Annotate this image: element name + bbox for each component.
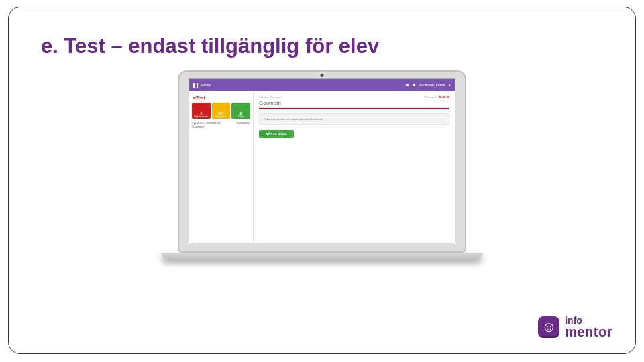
status-card-done[interactable]: 0 Klart — [231, 103, 250, 119]
info-box: Detta test kommer att omfatta geometrisk… — [259, 113, 449, 125]
time-label: Tid kvar att: — [424, 95, 439, 99]
laptop-camera — [321, 74, 324, 77]
laptop-mockup: Mentor Adolfsson, Kerna ▾ eTest — [161, 70, 483, 259]
app-top-bar: Mentor Adolfsson, Kerna ▾ — [189, 79, 455, 91]
list-item-subtitle: Geometri — [192, 125, 250, 129]
status-card-unanswered[interactable]: 1 Ej besvarade — [192, 103, 211, 119]
status-label: Pågående — [216, 115, 227, 118]
logo-text: info mentor — [565, 316, 612, 339]
slide-frame: e. Test – endast tillgänglig för elev Me… — [8, 7, 636, 354]
time-value: 00:49:59 — [439, 95, 449, 99]
sidebar-heading: eTest — [193, 95, 250, 100]
sidebar: eTest 1 Ej besvarade 0/1 Pågående — [189, 91, 254, 243]
status-cards-row: 1 Ej besvarade 0/1 Pågående 0 Klart — [192, 103, 250, 119]
main-panel: Vår test · Geometri Tid kvar att: 00:49:… — [254, 91, 455, 243]
status-card-ongoing[interactable]: 0/1 Pågående — [212, 103, 231, 119]
time-remaining: Tid kvar att: 00:49:59 — [424, 95, 449, 99]
globe-icon[interactable] — [413, 84, 415, 86]
chevron-down-icon[interactable]: ▾ — [449, 83, 451, 87]
laptop-base — [161, 253, 483, 259]
list-item[interactable]: 9 A VEST – GEOMETRI 24/04/2017 Geometri — [192, 121, 250, 129]
logo-line1: info — [565, 316, 612, 325]
app-brand: Mentor — [201, 83, 211, 87]
breadcrumb: Vår test · Geometri — [259, 95, 282, 99]
status-label: Klart — [239, 115, 244, 118]
pause-icon[interactable] — [193, 83, 198, 88]
list-item-date: 24/04/2017 — [237, 121, 250, 125]
title-underline — [259, 108, 449, 109]
status-label: Ej besvarade — [195, 115, 208, 118]
next-button[interactable]: NÄSTA STEG — [259, 130, 294, 138]
logo-mark-icon: ☺ — [538, 316, 559, 338]
logo-line2: mentor — [565, 325, 612, 339]
laptop-body: Mentor Adolfsson, Kerna ▾ eTest — [178, 70, 466, 253]
slide-title: e. Test – endast tillgänglig för elev — [41, 34, 635, 58]
app-content: eTest 1 Ej besvarade 0/1 Pågående — [189, 91, 455, 243]
list-item-title: 9 A VEST – GEOMETRI — [192, 121, 221, 125]
footer-logo: ☺ info mentor — [538, 316, 612, 339]
notification-icon[interactable] — [406, 84, 409, 86]
user-name[interactable]: Adolfsson, Kerna — [419, 83, 445, 87]
page-title: Geometri — [259, 100, 449, 106]
app-screen: Mentor Adolfsson, Kerna ▾ eTest — [189, 78, 455, 243]
